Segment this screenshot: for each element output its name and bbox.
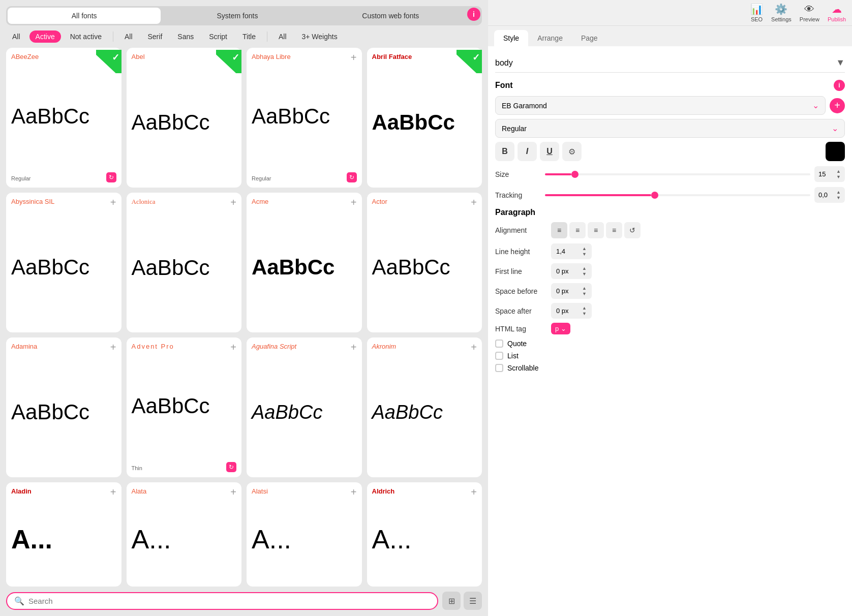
font-add-btn[interactable]: + bbox=[230, 486, 236, 498]
tracking-slider[interactable] bbox=[545, 194, 810, 196]
tab-arrange[interactable]: Arrange bbox=[528, 30, 572, 46]
filter-all-2[interactable]: All bbox=[118, 30, 139, 43]
filter-not-active[interactable]: Not active bbox=[64, 30, 108, 43]
space-before-up[interactable]: ▲ bbox=[582, 286, 587, 291]
font-card-aldrich[interactable]: + Aldrich A... bbox=[367, 482, 482, 587]
font-card-advent[interactable]: + Advent Pro AaBbCc Thin ↻ bbox=[127, 337, 242, 477]
size-down[interactable]: ▼ bbox=[836, 174, 841, 179]
font-card-aladin[interactable]: + Aladin A... bbox=[6, 482, 121, 587]
font-name-select[interactable]: EB Garamond ⌄ bbox=[495, 96, 826, 115]
seo-button[interactable]: 📊 SEO bbox=[750, 3, 763, 22]
tab-system-fonts[interactable]: System fonts bbox=[161, 8, 314, 24]
space-after-up[interactable]: ▲ bbox=[582, 305, 587, 311]
font-action-icon[interactable]: ↻ bbox=[347, 172, 357, 182]
italic-button[interactable]: I bbox=[518, 142, 537, 161]
font-add-btn[interactable]: + bbox=[351, 342, 357, 353]
line-height-stepper[interactable]: ▲ ▼ bbox=[582, 246, 587, 257]
space-before-stepper[interactable]: ▲ ▼ bbox=[582, 286, 587, 296]
font-card-alata[interactable]: + Alata A... bbox=[127, 482, 242, 587]
filter-all-3[interactable]: All bbox=[272, 30, 293, 43]
font-action-icon[interactable]: ↻ bbox=[226, 462, 236, 472]
font-action-icon[interactable]: ↻ bbox=[106, 172, 116, 182]
align-reset-btn[interactable]: ↺ bbox=[624, 222, 641, 238]
space-before-down[interactable]: ▼ bbox=[582, 291, 587, 296]
font-add-btn[interactable]: + bbox=[230, 197, 236, 208]
preview-button[interactable]: 👁 Preview bbox=[800, 4, 819, 22]
size-up[interactable]: ▲ bbox=[836, 169, 841, 174]
color-swatch[interactable] bbox=[826, 142, 845, 161]
font-add-btn[interactable]: + bbox=[230, 342, 236, 353]
tracking-stepper[interactable]: ▲ ▼ bbox=[836, 190, 841, 200]
font-card-alatsi[interactable]: + Alatsi A... bbox=[247, 482, 362, 587]
font-add-btn[interactable]: + bbox=[471, 197, 477, 208]
font-info-icon[interactable]: i bbox=[834, 80, 845, 91]
search-input[interactable] bbox=[28, 597, 430, 605]
align-right-btn[interactable]: ≡ bbox=[588, 222, 604, 238]
font-card-abel[interactable]: Abel AaBbCc bbox=[127, 48, 242, 188]
align-center-btn[interactable]: ≡ bbox=[569, 222, 586, 238]
font-card-abeezee[interactable]: ABeeZee AaBbCc Regular ↻ bbox=[6, 48, 121, 188]
tracking-value[interactable]: 0,0 ▲ ▼ bbox=[814, 187, 845, 203]
scrollable-checkbox[interactable] bbox=[495, 364, 503, 372]
font-card-akronim[interactable]: + Akronim AaBbCc bbox=[367, 337, 482, 477]
font-add-btn[interactable]: + bbox=[351, 52, 357, 64]
tracking-slider-thumb[interactable] bbox=[651, 192, 658, 199]
space-before-value[interactable]: 0 px ▲ ▼ bbox=[551, 283, 592, 299]
publish-button[interactable]: ☁ Publish bbox=[828, 3, 846, 22]
font-add-btn[interactable]: + bbox=[471, 342, 477, 353]
settings-button[interactable]: ⚙️ Settings bbox=[771, 3, 792, 22]
filter-title[interactable]: Title bbox=[236, 30, 262, 43]
font-card-actor[interactable]: + Actor AaBbCc bbox=[367, 193, 482, 332]
filter-serif[interactable]: Serif bbox=[142, 30, 169, 43]
font-add-btn[interactable]: + bbox=[110, 342, 116, 353]
size-value[interactable]: 15 ▲ ▼ bbox=[814, 166, 845, 182]
filter-weights[interactable]: 3+ Weights bbox=[296, 30, 344, 43]
tracking-up[interactable]: ▲ bbox=[836, 190, 841, 195]
font-add-btn[interactable]: + bbox=[351, 486, 357, 498]
first-line-stepper[interactable]: ▲ ▼ bbox=[582, 266, 587, 276]
tab-style[interactable]: Style bbox=[494, 30, 528, 46]
size-stepper[interactable]: ▲ ▼ bbox=[836, 169, 841, 179]
size-slider-thumb[interactable] bbox=[571, 171, 579, 178]
font-add-btn[interactable]: + bbox=[471, 486, 477, 498]
search-input-wrap[interactable]: 🔍 bbox=[6, 592, 438, 610]
quote-checkbox[interactable] bbox=[495, 340, 503, 348]
space-after-stepper[interactable]: ▲ ▼ bbox=[582, 305, 587, 316]
line-height-down[interactable]: ▼ bbox=[582, 252, 587, 257]
font-add-btn[interactable]: + bbox=[351, 197, 357, 208]
first-line-up[interactable]: ▲ bbox=[582, 266, 587, 271]
filter-sans[interactable]: Sans bbox=[171, 30, 200, 43]
filter-all-1[interactable]: All bbox=[6, 30, 26, 43]
align-left-btn[interactable]: ≡ bbox=[551, 222, 567, 238]
list-checkbox[interactable] bbox=[495, 352, 503, 360]
bold-button[interactable]: B bbox=[495, 142, 514, 161]
font-card-aclonica[interactable]: + Aclonica AaBbCc bbox=[127, 193, 242, 332]
line-height-up[interactable]: ▲ bbox=[582, 246, 587, 251]
size-slider[interactable] bbox=[545, 173, 810, 175]
font-card-acme[interactable]: + Acme AaBbCc bbox=[247, 193, 362, 332]
underline-button[interactable]: U bbox=[540, 142, 559, 161]
space-after-value[interactable]: 0 px ▲ ▼ bbox=[551, 303, 592, 319]
font-card-aguafina[interactable]: + Aguafina Script AaBbCc bbox=[247, 337, 362, 477]
text-gear-button[interactable]: ⚙ bbox=[562, 142, 582, 161]
first-line-value[interactable]: 0 px ▲ ▼ bbox=[551, 263, 592, 279]
grid-view-btn[interactable]: ⊞ bbox=[442, 592, 461, 610]
font-card-abhaya[interactable]: + Abhaya Libre AaBbCc Regular ↻ bbox=[247, 48, 362, 188]
line-height-value[interactable]: 1,4 ▲ ▼ bbox=[551, 243, 592, 259]
font-add-btn[interactable]: + bbox=[110, 197, 116, 208]
list-view-btn[interactable]: ☰ bbox=[464, 592, 482, 610]
font-weight-select[interactable]: Regular ⌄ bbox=[495, 119, 845, 138]
font-add-btn[interactable]: + bbox=[110, 486, 116, 498]
first-line-down[interactable]: ▼ bbox=[582, 271, 587, 276]
tab-custom-web-fonts[interactable]: Custom web fonts bbox=[314, 8, 467, 24]
tab-all-fonts[interactable]: All fonts bbox=[8, 8, 161, 24]
body-row[interactable]: body ▼ bbox=[495, 53, 845, 73]
tab-page[interactable]: Page bbox=[572, 30, 607, 46]
space-after-down[interactable]: ▼ bbox=[582, 311, 587, 316]
font-card-adamina[interactable]: + Adamina AaBbCc bbox=[6, 337, 121, 477]
font-add-button[interactable]: + bbox=[830, 98, 845, 113]
filter-script[interactable]: Script bbox=[203, 30, 233, 43]
tracking-down[interactable]: ▼ bbox=[836, 195, 841, 200]
align-justify-btn[interactable]: ≡ bbox=[606, 222, 622, 238]
font-card-abyssinica[interactable]: + Abyssinica SIL AaBbCc bbox=[6, 193, 121, 332]
